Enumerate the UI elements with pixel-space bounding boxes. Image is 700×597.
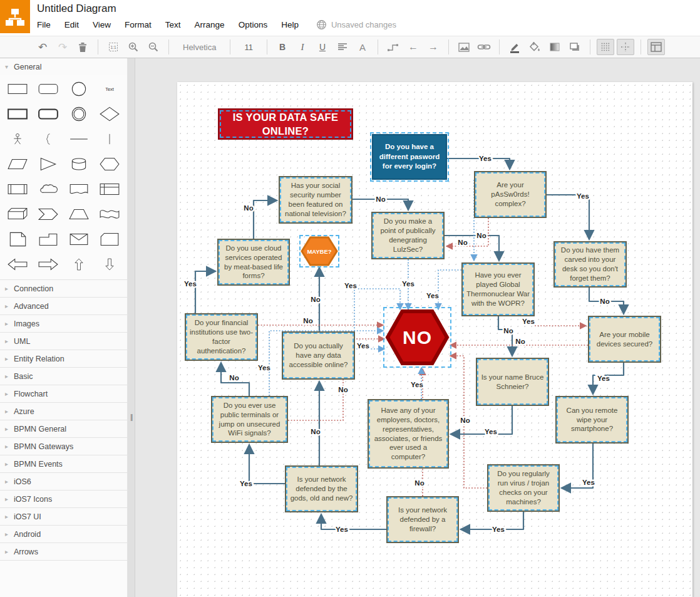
canvas-background[interactable]: YesNoNoNoYesNoYesYesYesYesYesNoYesNoYesN…: [135, 58, 700, 597]
node-lulzsec[interactable]: Do you make a point of publically denegr…: [371, 212, 445, 259]
node-mobile[interactable]: Are your mobile devices secured?: [588, 316, 661, 363]
section-header-bpmn-general[interactable]: ▸BPMN General: [0, 420, 127, 437]
shape-bold-rounded-rectangle[interactable]: [37, 105, 59, 123]
edge-lulzsec-wopr[interactable]: [445, 236, 499, 260]
format-panel-button[interactable]: [647, 39, 665, 55]
shape-arrow-right[interactable]: [37, 256, 59, 273]
shape-arrow-up[interactable]: [68, 256, 90, 273]
menu-help[interactable]: Help: [281, 18, 304, 31]
shape-vertical-line[interactable]: [98, 130, 121, 148]
node-passwords[interactable]: Are your pAsSw0rds! complex?: [474, 171, 547, 218]
shape-bold-rectangle[interactable]: [6, 105, 29, 123]
document-title[interactable]: Untitled Diagram: [37, 3, 396, 15]
shape-rounded-rectangle[interactable]: [37, 80, 59, 98]
section-header-android[interactable]: ▸Android: [0, 526, 127, 542]
node-wopr[interactable]: Have you ever played Global Thermonuclea…: [461, 262, 535, 316]
globe-icon[interactable]: [316, 19, 327, 30]
shape-folder[interactable]: [37, 231, 59, 248]
node-virus[interactable]: Do you regularly run virus / trojan chec…: [487, 464, 560, 512]
shape-cube[interactable]: [6, 205, 29, 223]
shape-envelope[interactable]: [68, 231, 90, 248]
shape-double-ellipse[interactable]: [68, 105, 90, 123]
edge-arrow-right-button[interactable]: →: [425, 39, 442, 55]
node-bruce[interactable]: Is your name Bruce Schneier?: [476, 358, 549, 406]
font-family-selector[interactable]: Helvetica: [174, 43, 225, 52]
menu-edit[interactable]: Edit: [64, 18, 85, 31]
resize-handle-icon[interactable]: ║: [130, 414, 134, 420]
shape-document[interactable]: [68, 180, 90, 198]
underline-button[interactable]: U: [314, 39, 331, 55]
section-header-general[interactable]: ▾General: [0, 58, 127, 75]
edge-password-passwords[interactable]: [447, 158, 510, 169]
guides-button[interactable]: [617, 39, 634, 55]
gradient-button[interactable]: [546, 39, 564, 55]
shape-tape[interactable]: [98, 205, 121, 223]
shape-parallelogram[interactable]: [6, 155, 29, 173]
node-firewall[interactable]: Is your network defended by a firewall?: [386, 496, 459, 543]
shape-triangle[interactable]: [37, 155, 59, 173]
node-wifi[interactable]: Do you ever use public terminals or jump…: [211, 396, 288, 443]
delete-button[interactable]: [74, 39, 91, 55]
section-header-basic[interactable]: ▸Basic: [0, 368, 127, 385]
line-color-button[interactable]: [506, 39, 523, 55]
shape-curly-brace[interactable]: [37, 130, 59, 148]
align-button[interactable]: [334, 39, 351, 55]
section-header-azure[interactable]: ▸Azure: [0, 403, 127, 420]
section-header-arrows[interactable]: ▸Arrows: [0, 543, 127, 560]
node-maybe[interactable]: MAYBE?: [300, 236, 339, 267]
shape-hexagon[interactable]: [98, 155, 121, 173]
menu-arrange[interactable]: Arrange: [195, 18, 230, 31]
shape-internal-storage[interactable]: [98, 180, 121, 198]
edge-gods-wifi[interactable]: [249, 445, 285, 484]
menu-file[interactable]: File: [37, 18, 56, 31]
node-ssn[interactable]: Has your social security number been fea…: [279, 176, 353, 224]
shadow-button[interactable]: [566, 39, 584, 55]
shape-horizontal-line[interactable]: [68, 130, 90, 148]
sidebar-resize-gutter[interactable]: ║: [128, 58, 135, 597]
edge-twofactor-cloud[interactable]: [195, 271, 215, 313]
redo-button[interactable]: ↷: [54, 39, 71, 55]
section-header-connection[interactable]: ▸Connection: [0, 280, 127, 297]
connection-button[interactable]: [384, 39, 402, 55]
shape-arrow-down[interactable]: [98, 256, 121, 273]
shape-card[interactable]: [98, 231, 121, 248]
font-size-selector[interactable]: 11: [235, 43, 262, 52]
shape-cylinder[interactable]: [68, 155, 90, 173]
fill-color-button[interactable]: [526, 39, 543, 55]
node-accessible[interactable]: Do you actually have any data accessible…: [282, 331, 355, 380]
section-header-images[interactable]: ▸Images: [0, 315, 127, 332]
node-password[interactable]: Do you have a different pasword for ever…: [372, 134, 447, 180]
section-header-entity-relation[interactable]: ▸Entity Relation: [0, 350, 127, 367]
image-button[interactable]: [455, 39, 473, 55]
shape-trapezoid[interactable]: [68, 205, 90, 223]
menu-text[interactable]: Text: [165, 18, 187, 31]
node-cloud[interactable]: Do you use cloud services operated by me…: [217, 239, 290, 286]
italic-button[interactable]: I: [294, 39, 311, 55]
section-header-ios6[interactable]: ▸iOS6: [0, 473, 127, 490]
shape-note[interactable]: [6, 231, 29, 248]
shape-arrow-left[interactable]: [6, 256, 29, 273]
bold-button[interactable]: B: [274, 39, 291, 55]
node-employers[interactable]: Have any of your employers, doctors, rep…: [368, 399, 449, 469]
diagram-page[interactable]: YesNoNoNoYesNoYesYesYesYesYesNoYesNoYesN…: [177, 82, 692, 597]
menu-view[interactable]: View: [93, 18, 116, 31]
edge-cloud-ssn[interactable]: [254, 200, 276, 239]
edge-arrow-left-button[interactable]: ←: [404, 39, 422, 55]
section-header-advanced[interactable]: ▸Advanced: [0, 298, 127, 314]
shape-ellipse[interactable]: [68, 80, 90, 98]
shape-process[interactable]: [6, 180, 29, 198]
shape-text[interactable]: Text: [98, 80, 121, 98]
section-header-bpmn-events[interactable]: ▸BPMN Events: [0, 455, 127, 472]
section-header-bpmn-gateways[interactable]: ▸BPMN Gateways: [0, 438, 127, 455]
font-color-button[interactable]: A: [354, 39, 371, 55]
node-remote[interactable]: Can you remote wipe your smartphone?: [555, 396, 629, 444]
node-carved[interactable]: Do you have them carved into your desk s…: [553, 241, 627, 288]
section-header-ios7-ui[interactable]: ▸iOS7 UI: [0, 508, 127, 525]
edge-wopr-bruce[interactable]: [498, 316, 512, 355]
shape-diamond[interactable]: [98, 105, 121, 123]
dotted-edge[interactable]: [438, 270, 461, 309]
node-twofactor[interactable]: Do your financial institutions use two-f…: [185, 313, 258, 361]
edge-passwords-carved[interactable]: [547, 195, 589, 239]
fit-page-button[interactable]: 1:1: [105, 39, 122, 55]
node-title[interactable]: IS YOUR DATA SAFE ONLINE?: [218, 108, 353, 140]
